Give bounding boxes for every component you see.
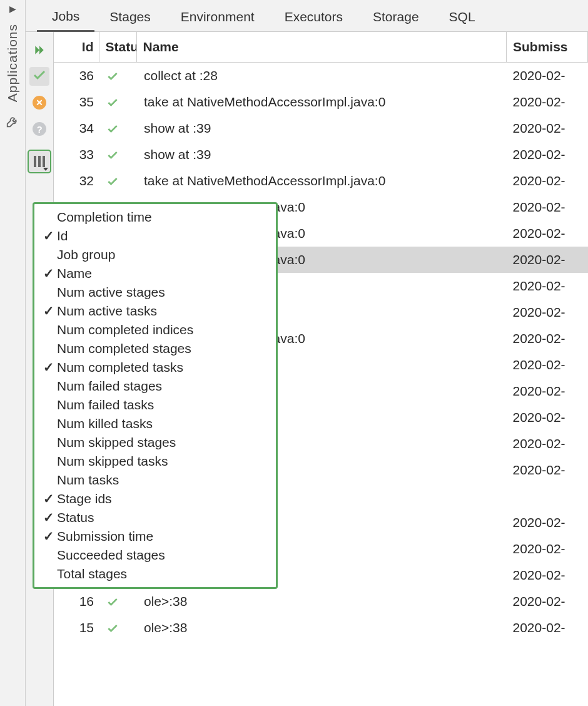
column-menu-item[interactable]: Num skipped tasks — [34, 452, 276, 471]
cell-submission — [507, 483, 588, 509]
column-chooser-button[interactable] — [28, 150, 51, 173]
column-header-name[interactable]: Name — [136, 32, 507, 63]
collapse-arrow-icon[interactable]: ▶ — [9, 4, 16, 14]
tab-storage[interactable]: Storage — [358, 4, 434, 31]
column-menu-item[interactable]: Completion time — [34, 208, 276, 227]
check-icon: ✓ — [41, 266, 57, 281]
cell-submission: 2020-02- — [507, 431, 588, 457]
column-menu-item[interactable]: Job group — [34, 245, 276, 264]
column-menu-item[interactable]: Num completed indices — [34, 320, 276, 339]
cell-name: take at NativeMethodAccessorImpl.java:0 — [136, 168, 507, 194]
cell-status — [99, 141, 136, 168]
column-header-submission[interactable]: Submiss — [507, 32, 588, 63]
cell-name: ole>:38 — [136, 615, 507, 641]
check-icon — [105, 147, 120, 161]
column-menu-item[interactable]: Num skipped stages — [34, 433, 276, 452]
check-icon: ✓ — [41, 228, 57, 243]
column-menu-item[interactable]: ✓Status — [34, 508, 276, 527]
column-menu-label: Num active stages — [57, 285, 268, 300]
cell-name: ole>:38 — [136, 588, 507, 615]
column-menu-item[interactable]: Total stages — [34, 565, 276, 583]
column-menu-label: Status — [57, 510, 268, 525]
column-menu-item[interactable]: ✓Name — [34, 264, 276, 283]
check-icon: ✓ — [41, 510, 57, 525]
column-menu-label: Submission time — [57, 529, 268, 544]
column-menu-item[interactable]: ✓Id — [34, 227, 276, 245]
table-row[interactable]: 15ole>:382020-02- — [54, 615, 588, 641]
filter-failed-button[interactable] — [29, 93, 49, 112]
column-menu-label: Num skipped tasks — [57, 454, 268, 469]
table-row[interactable]: 36collect at :282020-02- — [54, 63, 588, 90]
cell-submission: 2020-02- — [507, 63, 588, 90]
check-icon — [105, 95, 120, 109]
column-menu-item[interactable]: Num failed tasks — [34, 396, 276, 414]
cell-submission: 2020-02- — [507, 615, 588, 641]
cell-id: 16 — [54, 588, 99, 615]
check-icon: ✓ — [41, 529, 57, 544]
column-header-id[interactable]: Id — [54, 32, 99, 63]
column-menu-item[interactable]: Num tasks — [34, 471, 276, 489]
cell-submission: 2020-02- — [507, 247, 588, 273]
cell-id: 33 — [54, 141, 99, 168]
check-icon — [105, 173, 120, 188]
cell-status — [99, 168, 136, 194]
column-menu-label: Num completed tasks — [57, 360, 268, 375]
table-row[interactable]: 32take at NativeMethodAccessorImpl.java:… — [54, 168, 588, 194]
cell-status — [99, 588, 136, 615]
check-icon: ✓ — [41, 304, 57, 319]
tab-sql[interactable]: SQL — [434, 4, 490, 31]
filter-unknown-button[interactable]: ? — [29, 120, 49, 138]
filter-succeeded-button[interactable] — [29, 67, 49, 86]
wrench-icon[interactable] — [6, 115, 19, 131]
cell-submission: 2020-02- — [507, 588, 588, 615]
cell-status — [99, 115, 136, 141]
cell-id: 32 — [54, 168, 99, 194]
cell-submission: 2020-02- — [507, 273, 588, 299]
column-menu-label: Num killed tasks — [57, 416, 268, 431]
cell-submission: 2020-02- — [507, 89, 588, 115]
column-menu-item[interactable]: Num failed stages — [34, 377, 276, 396]
circle-x-icon — [33, 96, 46, 110]
chevron-down-icon — [43, 168, 48, 171]
column-menu-item[interactable]: ✓Num active tasks — [34, 302, 276, 320]
column-chooser-menu[interactable]: Completion time✓IdJob group✓NameNum acti… — [33, 202, 278, 589]
column-menu-label: Job group — [57, 247, 268, 262]
cell-id: 15 — [54, 615, 99, 641]
column-menu-label: Succeeded stages — [57, 548, 268, 563]
column-header-status[interactable]: Status — [99, 32, 136, 63]
column-menu-item[interactable]: Num completed stages — [34, 339, 276, 358]
column-menu-item[interactable]: ✓Submission time — [34, 527, 276, 546]
column-menu-label: Num completed indices — [57, 322, 268, 337]
tab-executors[interactable]: Executors — [270, 4, 358, 31]
applications-label[interactable]: Applications — [5, 20, 20, 106]
column-menu-item[interactable]: ✓Stage ids — [34, 489, 276, 508]
cell-name: take at NativeMethodAccessorImpl.java:0 — [136, 89, 507, 115]
table-row[interactable]: 35take at NativeMethodAccessorImpl.java:… — [54, 89, 588, 115]
table-row[interactable]: 34show at :392020-02- — [54, 115, 588, 141]
cell-submission: 2020-02- — [507, 220, 588, 247]
tab-stages[interactable]: Stages — [94, 4, 165, 31]
cell-status — [99, 89, 136, 115]
cell-submission: 2020-02- — [507, 457, 588, 483]
columns-icon — [34, 156, 45, 167]
table-row[interactable]: 33show at :392020-02- — [54, 141, 588, 168]
cell-name: show at :39 — [136, 115, 507, 141]
column-menu-item[interactable]: Succeeded stages — [34, 546, 276, 565]
check-icon — [105, 594, 120, 608]
column-menu-item[interactable]: Num active stages — [34, 283, 276, 302]
check-icon — [105, 620, 120, 635]
column-menu-label: Completion time — [57, 210, 268, 225]
column-menu-label: Num skipped stages — [57, 435, 268, 450]
cell-status — [99, 615, 136, 641]
table-row[interactable]: 16ole>:382020-02- — [54, 588, 588, 615]
column-menu-item[interactable]: ✓Num completed tasks — [34, 358, 276, 377]
circle-question-icon: ? — [33, 122, 46, 136]
check-icon — [105, 121, 120, 135]
tab-jobs[interactable]: Jobs — [37, 4, 94, 32]
column-menu-label: Num failed tasks — [57, 397, 268, 412]
cell-submission: 2020-02- — [507, 168, 588, 194]
run-all-icon[interactable] — [29, 41, 49, 59]
tab-environment[interactable]: Environment — [166, 4, 270, 31]
column-menu-label: Total stages — [57, 566, 268, 581]
column-menu-item[interactable]: Num killed tasks — [34, 414, 276, 433]
